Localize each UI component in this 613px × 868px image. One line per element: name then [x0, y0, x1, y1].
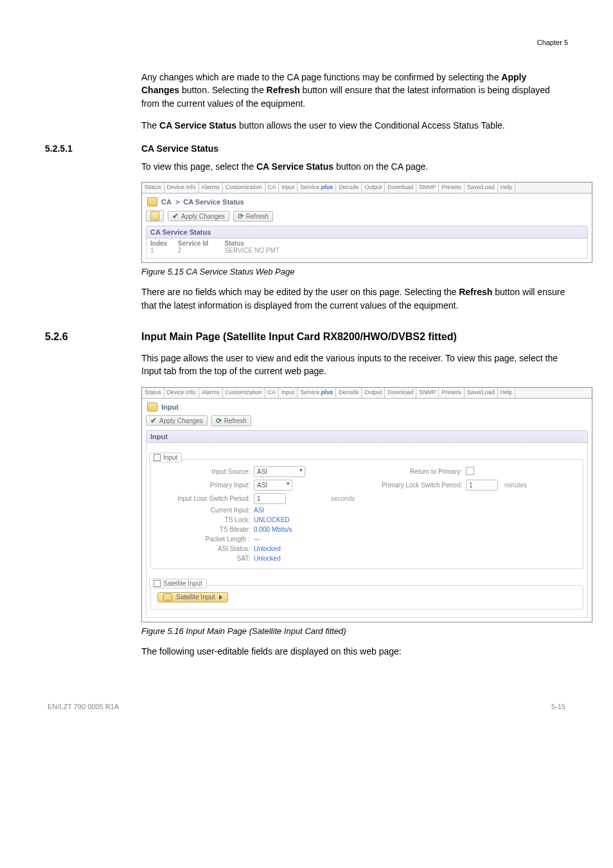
folder-icon	[147, 402, 157, 411]
tab-bar: Status Device Info Alarms Customization …	[142, 388, 592, 399]
paragraph-6: The following user-editable fields are d…	[141, 645, 565, 658]
tab-device-info[interactable]: Device Info	[164, 388, 199, 398]
refresh-button[interactable]: ⟳Refresh	[233, 211, 273, 222]
val-current-input: ASI	[254, 507, 331, 514]
folder-icon	[163, 593, 172, 601]
tab-download[interactable]: Download	[385, 388, 416, 398]
fieldset-satellite: Satellite Input	[150, 585, 583, 610]
th-index: Index	[150, 240, 176, 247]
tab-decode[interactable]: Decode	[336, 388, 362, 398]
tab-alarms[interactable]: Alarms	[199, 388, 223, 398]
group-input[interactable]: Input	[149, 453, 182, 462]
apply-changes-label: Apply Changes	[159, 417, 203, 424]
tab-presets[interactable]: Presets	[439, 388, 465, 398]
breadcrumb: Input	[142, 399, 592, 414]
lbl-primary-lock: Primary Lock Switch Period:	[357, 482, 466, 489]
val-ts-bitrate: 0.000 Mbits/s	[254, 526, 331, 533]
primary-input-select[interactable]: ASI	[254, 480, 292, 491]
table-row: 1 2 SERVICE NO PMT	[150, 247, 583, 254]
group-satellite-input[interactable]: Satellite Input	[149, 579, 207, 588]
text: Service	[300, 184, 321, 190]
tab-decode[interactable]: Decode	[336, 183, 362, 193]
text: button. Selecting the	[179, 85, 266, 95]
tab-snmp[interactable]: SNMP	[416, 183, 439, 193]
input-source-select[interactable]: ASI	[254, 466, 305, 477]
paragraph-5: This page allows the user to view and ed…	[141, 352, 565, 378]
refresh-button[interactable]: ⟳Refresh	[211, 415, 251, 426]
lbl-ts-bitrate: TS Bitrate:	[157, 526, 254, 533]
tab-presets[interactable]: Presets	[439, 183, 465, 193]
primary-lock-field[interactable]: 1	[466, 480, 498, 491]
breadcrumb-input: Input	[161, 403, 179, 411]
tab-save-load[interactable]: Save/Load	[465, 183, 498, 193]
primary-lock-value: 1	[469, 482, 473, 489]
bold: CA Service Status	[256, 161, 333, 172]
panel-title: Input	[146, 430, 588, 443]
refresh-label: Refresh	[224, 417, 247, 424]
tab-service-plus[interactable]: Service plus	[298, 183, 336, 193]
tab-bar: Status Device Info Alarms Customization …	[142, 183, 592, 194]
tab-device-info[interactable]: Device Info	[164, 183, 199, 193]
heading-title: Input Main Page (Satellite Input Card RX…	[141, 331, 457, 343]
tab-output[interactable]: Output	[362, 183, 385, 193]
lbl-sat: SAT:	[157, 555, 254, 562]
text: button allows the user to view the Condi…	[236, 120, 505, 131]
tab-help[interactable]: Help	[498, 183, 516, 193]
breadcrumb-ca[interactable]: CA	[161, 198, 172, 206]
tab-snmp[interactable]: SNMP	[416, 388, 439, 398]
toolbar: ✔Apply Changes ⟳Refresh	[142, 209, 592, 226]
tab-ca[interactable]: CA	[265, 183, 280, 193]
input-loss-field[interactable]: 1	[254, 493, 286, 504]
tab-output[interactable]: Output	[362, 388, 385, 398]
lbl-current-input: Current Input:	[157, 507, 254, 514]
lbl-return-primary: Return to Primary:	[357, 468, 466, 475]
tab-save-load[interactable]: Save/Load	[465, 388, 498, 398]
heading-5-2-6: 5.2.6 Input Main Page (Satellite Input C…	[45, 331, 568, 343]
text: Any changes which are made to the CA pag…	[141, 72, 501, 82]
text: button on the CA page.	[333, 161, 428, 172]
bold: CA Service Status	[159, 120, 236, 131]
up-button[interactable]	[146, 210, 164, 222]
cell-service-id: 2	[178, 247, 223, 254]
page-footer: EN/LZT 790 0005 R1A 5-15	[45, 703, 568, 710]
figure-5-16-caption: Figure 5.16 Input Main Page (Satellite I…	[141, 626, 568, 636]
tab-download[interactable]: Download	[385, 183, 416, 193]
text: plus	[321, 184, 333, 190]
tab-ca[interactable]: CA	[265, 388, 280, 398]
tab-input[interactable]: Input	[279, 388, 298, 398]
apply-changes-button[interactable]: ✔Apply Changes	[168, 211, 229, 221]
th-status: Status	[225, 240, 245, 247]
lbl-input-source: Input Source:	[157, 468, 254, 475]
tab-alarms[interactable]: Alarms	[199, 183, 223, 193]
apply-changes-button[interactable]: ✔Apply Changes	[146, 415, 208, 426]
tab-service-plus[interactable]: Service plus	[298, 388, 336, 398]
fieldset-input: Input Source: ASI Return to Primary: Pri…	[150, 459, 583, 569]
tab-status[interactable]: Status	[142, 183, 164, 193]
tab-customization[interactable]: Customization	[223, 183, 265, 193]
chevron-right-icon	[219, 595, 222, 600]
val-sat: Unlocked	[254, 555, 331, 562]
breadcrumb-sep: >	[175, 198, 179, 206]
th-service-id: Service Id	[178, 240, 223, 247]
kv-grid: Input Source: ASI Return to Primary: Pri…	[157, 466, 576, 562]
chapter-header: Chapter 5	[45, 39, 568, 46]
tab-status[interactable]: Status	[142, 388, 164, 398]
tab-customization[interactable]: Customization	[223, 388, 265, 398]
return-primary-checkbox[interactable]	[466, 467, 474, 475]
breadcrumb: CA > CA Service Status	[142, 194, 592, 209]
paragraph-3: To view this page, select the CA Service…	[141, 160, 565, 173]
refresh-icon: ⟳	[216, 417, 222, 425]
text: The	[141, 120, 159, 131]
text: There are no fields which may be edited …	[141, 287, 459, 297]
lbl-ts-lock: TS Lock:	[157, 516, 254, 523]
satellite-input-link[interactable]: Satellite Input	[157, 592, 228, 602]
panel-body: Input Input Source: ASI Return to Primar…	[146, 443, 588, 618]
check-icon: ✔	[172, 212, 179, 220]
paragraph-2: The CA Service Status button allows the …	[141, 119, 565, 132]
bold: Refresh	[459, 287, 492, 297]
footer-left: EN/LZT 790 0005 R1A	[48, 703, 119, 710]
text: plus	[321, 389, 333, 395]
tab-help[interactable]: Help	[498, 388, 516, 398]
tab-input[interactable]: Input	[279, 183, 298, 193]
satellite-input-label: Satellite Input	[176, 593, 215, 601]
